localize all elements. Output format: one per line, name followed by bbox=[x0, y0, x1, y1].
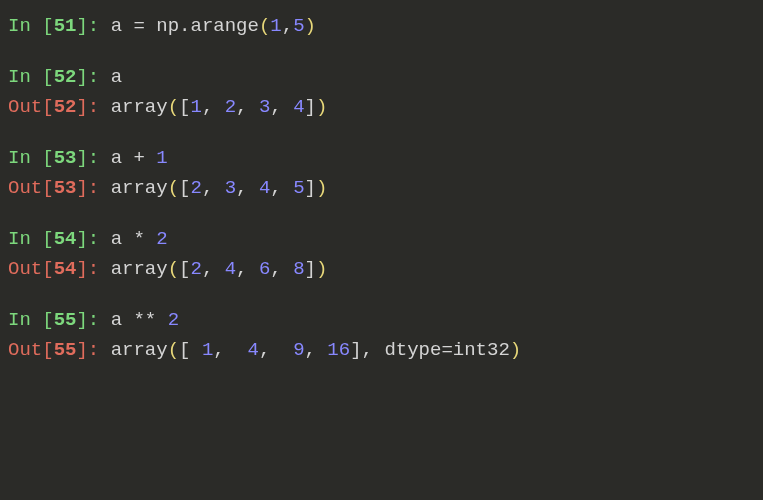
code-token: a bbox=[111, 66, 122, 88]
code-token: 5 bbox=[293, 15, 304, 37]
code-token: + bbox=[133, 147, 144, 169]
bracket-open: [ bbox=[42, 66, 53, 88]
out-label: Out bbox=[8, 96, 42, 118]
code-token: , bbox=[305, 339, 316, 361]
output-line: Out[54]: array([2, 4, 6, 8]) bbox=[8, 255, 755, 284]
code-token bbox=[282, 96, 293, 118]
out-number: 52 bbox=[54, 96, 77, 118]
bracket-close: ] bbox=[76, 66, 87, 88]
code-token: , bbox=[202, 258, 213, 280]
code-token: array bbox=[111, 258, 168, 280]
code-token: ( bbox=[168, 339, 179, 361]
code-token bbox=[145, 147, 156, 169]
code-token: , bbox=[362, 339, 373, 361]
code-token: 1 bbox=[190, 96, 201, 118]
bracket-close: ] bbox=[76, 228, 87, 250]
bracket-close: ] bbox=[76, 147, 87, 169]
cell-block: In [53]: a + 1Out[53]: array([2, 3, 4, 5… bbox=[8, 144, 755, 203]
code-token: , bbox=[259, 339, 270, 361]
code-token: dtype bbox=[384, 339, 441, 361]
bracket-close: ] bbox=[76, 177, 87, 199]
code-token: ( bbox=[168, 96, 179, 118]
colon: : bbox=[88, 15, 111, 37]
code-token bbox=[122, 309, 133, 331]
code-token: ( bbox=[168, 258, 179, 280]
code-token: , bbox=[236, 96, 247, 118]
input-line[interactable]: In [53]: a + 1 bbox=[8, 144, 755, 173]
bracket-close: ] bbox=[76, 309, 87, 331]
code-token: ( bbox=[259, 15, 270, 37]
code-token: 6 bbox=[259, 258, 270, 280]
code-token bbox=[145, 228, 156, 250]
code-token: ) bbox=[316, 258, 327, 280]
code-token: ) bbox=[510, 339, 521, 361]
code-token bbox=[248, 96, 259, 118]
input-line[interactable]: In [51]: a = np.arange(1,5) bbox=[8, 12, 755, 41]
code-token: 4 bbox=[259, 177, 270, 199]
code-token: ] bbox=[305, 177, 316, 199]
bracket-open: [ bbox=[42, 339, 53, 361]
code-token: 16 bbox=[327, 339, 350, 361]
code-token: 2 bbox=[190, 177, 201, 199]
out-label: Out bbox=[8, 339, 42, 361]
in-label: In bbox=[8, 147, 42, 169]
code-token: a bbox=[111, 309, 122, 331]
code-token: [ bbox=[179, 177, 190, 199]
in-number: 51 bbox=[54, 15, 77, 37]
code-token bbox=[373, 339, 384, 361]
input-line[interactable]: In [55]: a ** 2 bbox=[8, 306, 755, 335]
code-token bbox=[248, 177, 259, 199]
code-token: 4 bbox=[248, 339, 259, 361]
code-token bbox=[248, 258, 259, 280]
code-token: ) bbox=[316, 177, 327, 199]
code-token: , bbox=[202, 177, 213, 199]
code-token: ( bbox=[168, 177, 179, 199]
out-number: 53 bbox=[54, 177, 77, 199]
colon: : bbox=[88, 339, 111, 361]
code-token bbox=[282, 177, 293, 199]
code-token: array bbox=[111, 339, 168, 361]
code-token: 4 bbox=[225, 258, 236, 280]
colon: : bbox=[88, 66, 111, 88]
out-label: Out bbox=[8, 258, 42, 280]
input-line[interactable]: In [54]: a * 2 bbox=[8, 225, 755, 254]
cell-block: In [55]: a ** 2Out[55]: array([ 1, 4, 9,… bbox=[8, 306, 755, 365]
code-token: ] bbox=[305, 258, 316, 280]
code-token: ] bbox=[305, 96, 316, 118]
bracket-open: [ bbox=[42, 96, 53, 118]
bracket-open: [ bbox=[42, 228, 53, 250]
colon: : bbox=[88, 177, 111, 199]
cell-block: In [54]: a * 2Out[54]: array([2, 4, 6, 8… bbox=[8, 225, 755, 284]
code-token: [ bbox=[179, 258, 190, 280]
out-label: Out bbox=[8, 177, 42, 199]
bracket-open: [ bbox=[42, 177, 53, 199]
bracket-close: ] bbox=[76, 339, 87, 361]
code-token: int32 bbox=[453, 339, 510, 361]
code-token: ) bbox=[305, 15, 316, 37]
code-token: a bbox=[111, 147, 122, 169]
code-token bbox=[225, 339, 248, 361]
code-token: , bbox=[270, 258, 281, 280]
code-token: 5 bbox=[293, 177, 304, 199]
colon: : bbox=[88, 96, 111, 118]
code-token: = bbox=[133, 15, 144, 37]
code-token: array bbox=[111, 177, 168, 199]
in-number: 52 bbox=[54, 66, 77, 88]
code-token: , bbox=[202, 96, 213, 118]
code-token: , bbox=[270, 96, 281, 118]
cell-block: In [52]: aOut[52]: array([1, 2, 3, 4]) bbox=[8, 63, 755, 122]
in-number: 55 bbox=[54, 309, 77, 331]
out-number: 55 bbox=[54, 339, 77, 361]
code-token: 3 bbox=[225, 177, 236, 199]
code-token bbox=[122, 228, 133, 250]
code-token: , bbox=[270, 177, 281, 199]
input-line[interactable]: In [52]: a bbox=[8, 63, 755, 92]
code-token: 2 bbox=[225, 96, 236, 118]
bracket-open: [ bbox=[42, 309, 53, 331]
output-line: Out[53]: array([2, 3, 4, 5]) bbox=[8, 174, 755, 203]
code-token: * bbox=[133, 228, 144, 250]
code-token: , bbox=[282, 15, 293, 37]
colon: : bbox=[88, 147, 111, 169]
in-label: In bbox=[8, 15, 42, 37]
code-token: 3 bbox=[259, 96, 270, 118]
